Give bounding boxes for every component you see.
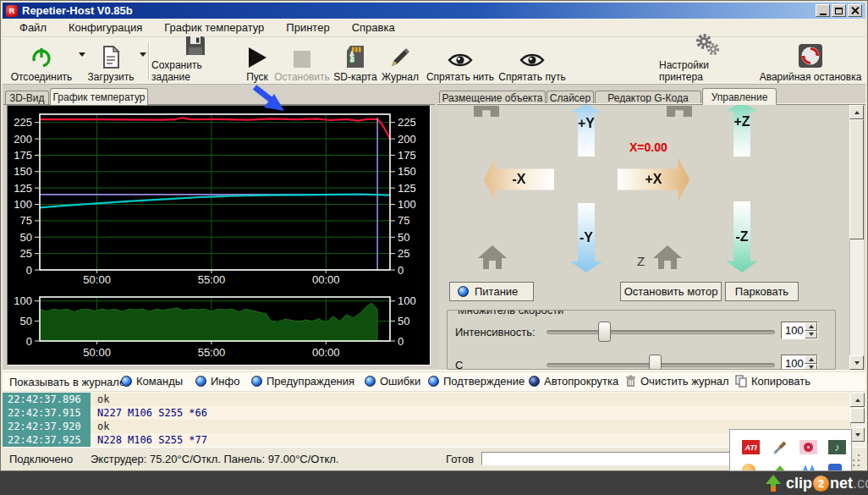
- flow-slider-thumb[interactable]: [598, 322, 611, 342]
- clip2net-arrow-icon: [764, 474, 783, 492]
- tray-ati-icon[interactable]: ATI: [742, 440, 760, 454]
- tray-brush-icon[interactable]: [771, 440, 788, 454]
- play-icon: [247, 43, 267, 69]
- emergency-stop-button[interactable]: Аварийная остановка: [758, 41, 863, 83]
- toggle-warnings[interactable]: Предупраждения: [251, 375, 354, 388]
- svg-text:75: 75: [398, 214, 409, 227]
- load-button[interactable]: Загрузить: [87, 41, 135, 83]
- stop-button: Остановить: [273, 41, 331, 83]
- home-z-icon[interactable]: [651, 244, 684, 271]
- toggle-errors[interactable]: Ошибки: [365, 375, 420, 388]
- hide-filament-button[interactable]: Спрятать нить: [426, 41, 495, 83]
- sd-card-button[interactable]: SD-карта: [332, 41, 378, 83]
- menu-file[interactable]: Файл: [9, 19, 57, 36]
- disconnect-dropdown-icon[interactable]: [79, 52, 85, 57]
- scroll-down-button[interactable]: [849, 355, 864, 370]
- home-all-icon[interactable]: [476, 244, 508, 271]
- svg-text:150: 150: [398, 165, 416, 178]
- copy-button[interactable]: Копировать: [735, 375, 810, 388]
- led-icon: [365, 376, 376, 387]
- start-button[interactable]: Пуск: [242, 41, 272, 83]
- speed-spinner[interactable]: 100: [781, 355, 818, 370]
- log-scrollbar-thumb[interactable]: [850, 408, 865, 423]
- svg-text:50:00: 50:00: [83, 346, 111, 359]
- log-row: 22:42:37.920ok: [3, 420, 850, 433]
- load-dropdown-icon[interactable]: [140, 52, 146, 57]
- svg-text:100: 100: [398, 294, 416, 307]
- svg-text:25: 25: [398, 247, 409, 260]
- scrollbar-thumb[interactable]: [849, 119, 864, 239]
- temperature-chart: 0025255050757510010012512515015017517520…: [8, 107, 430, 289]
- svg-text:125: 125: [398, 182, 416, 195]
- tray-music-icon[interactable]: ♪: [828, 440, 846, 454]
- toolbar-separator: [148, 42, 150, 80]
- flow-spinner[interactable]: 100: [781, 322, 818, 339]
- toggle-info[interactable]: Инфо: [195, 375, 239, 388]
- minimize-button[interactable]: [816, 4, 830, 17]
- x-position-readout: X=0.00: [629, 140, 667, 154]
- temperature-status: Экструдер: 75.20°С/Откл. Панель: 97.00°С…: [91, 453, 338, 465]
- svg-text:100: 100: [398, 198, 416, 211]
- menu-help[interactable]: Справка: [342, 19, 405, 36]
- svg-text:50: 50: [20, 315, 32, 327]
- toggle-commands[interactable]: Команды: [121, 375, 183, 388]
- speed-slider-thumb[interactable]: [649, 355, 662, 370]
- svg-text:55:00: 55:00: [198, 346, 226, 359]
- close-button[interactable]: [848, 4, 862, 17]
- tray-blue-peaks-icon[interactable]: [799, 464, 817, 471]
- power-led-icon: [458, 286, 469, 297]
- svg-text:0: 0: [398, 335, 404, 348]
- tab-3d-view[interactable]: 3D-Вид: [5, 91, 49, 105]
- title-bar[interactable]: R Repetier-Host V0.85b: [3, 3, 865, 19]
- save-job-button[interactable]: Сохранить задание: [151, 41, 239, 83]
- log-toolbar: Показывать в журнале: Команды Инфо Преду…: [3, 372, 865, 392]
- log-button[interactable]: Журнал: [380, 41, 420, 83]
- svg-text:50: 50: [398, 315, 409, 327]
- menu-temperature-graph[interactable]: График температур: [154, 19, 274, 36]
- scroll-up-button[interactable]: [849, 105, 864, 119]
- bottom-strip: [0, 471, 868, 495]
- svg-text:50:00: 50:00: [83, 273, 111, 286]
- clear-log-button[interactable]: Очистить журнал: [625, 375, 729, 388]
- spinner-up-icon[interactable]: [805, 355, 817, 364]
- log-scroll-down-button[interactable]: [850, 427, 865, 442]
- toggle-autoscroll[interactable]: Автопрокрутка: [529, 375, 618, 388]
- spinner-up-icon[interactable]: [805, 322, 817, 331]
- emergency-stop-icon: [798, 43, 823, 69]
- app-icon: R: [6, 5, 18, 17]
- tray-green-arrow-icon[interactable]: [771, 464, 788, 471]
- screen: R Repetier-Host V0.85b Файл Конфигурация…: [0, 0, 868, 495]
- svg-text:200: 200: [398, 133, 416, 146]
- spinner-down-icon[interactable]: [805, 364, 817, 371]
- tray-red-ring-icon[interactable]: [799, 440, 817, 454]
- toggle-ack[interactable]: Подтверждение: [428, 375, 525, 388]
- stop-icon: [293, 43, 311, 69]
- power-icon: [30, 43, 52, 69]
- minimize-icon: [820, 14, 827, 15]
- disconnect-button[interactable]: Отсоединить: [6, 41, 77, 83]
- tab-control[interactable]: Управление: [702, 88, 777, 105]
- menu-configuration[interactable]: Конфигурация: [58, 19, 152, 36]
- svg-text:125: 125: [14, 182, 32, 195]
- eye-icon: [519, 43, 545, 69]
- flow-slider-track[interactable]: [547, 330, 775, 334]
- tab-temperature-graph[interactable]: График температур: [50, 88, 148, 105]
- scroll-down-icon: [854, 361, 860, 365]
- park-button[interactable]: Парковать: [725, 282, 799, 301]
- power-button[interactable]: Питание: [449, 282, 534, 301]
- tray-orange-icon[interactable]: [742, 464, 755, 471]
- temperature-chart-panel: 0025255050757510010012512515015017517520…: [7, 105, 431, 366]
- spinner-down-icon[interactable]: [805, 331, 817, 339]
- stop-motor-button[interactable]: Остановить мотор: [620, 282, 722, 301]
- led-icon: [428, 376, 439, 387]
- menu-printer[interactable]: Принтер: [276, 19, 339, 36]
- maximize-button[interactable]: [832, 4, 846, 17]
- speed-label: С: [455, 359, 463, 370]
- log-row: 22:42:37.925N228 M106 S255 *77: [3, 433, 850, 447]
- printer-settings-button[interactable]: Настройки принтера: [659, 41, 755, 83]
- hide-path-button[interactable]: Спрятать путь: [498, 41, 566, 83]
- log-scroll-up-button[interactable]: [850, 393, 865, 407]
- tray-blue-icon[interactable]: [828, 464, 842, 471]
- right-tab-line: [437, 104, 865, 105]
- scroll-up-icon: [854, 111, 860, 114]
